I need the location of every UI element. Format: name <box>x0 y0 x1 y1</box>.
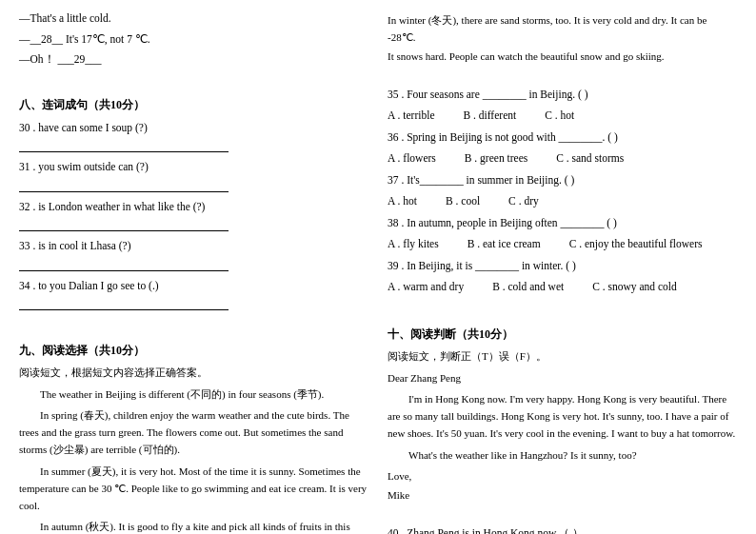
letter-signature: Mike <box>388 486 737 504</box>
question-30: 30 . have can some I soup (?) <box>19 119 368 138</box>
question-39: 39 . In Beijing, it is ________ in winte… <box>388 257 737 276</box>
section8-title: 八、连词成句（共10分） <box>19 95 368 114</box>
option-35c: C . hot <box>545 107 574 126</box>
answer-line-34 <box>19 297 229 310</box>
option-38b: B . eat ice cream <box>468 235 541 254</box>
options-39: A . warm and dry B . cold and wet C . sn… <box>388 278 737 297</box>
answer-line-30 <box>19 139 229 152</box>
options-38: A . fly kites B . eat ice cream C . enjo… <box>388 235 737 254</box>
option-37b: B . cool <box>446 192 480 211</box>
option-39c: C . snowy and cold <box>592 278 676 297</box>
letter-body-2: What's the weather like in Hangzhou? Is … <box>388 446 737 464</box>
passage-para-4: In autumn (秋天). It is good to fly a kite… <box>19 518 368 534</box>
options-37: A . hot B . cool C . dry <box>388 192 737 211</box>
question-36: 36 . Spring in Beijing is not good with … <box>388 129 737 148</box>
passage-para-3: In summer (夏天), it is very hot. Most of … <box>19 463 368 514</box>
answer-line-31 <box>19 179 229 192</box>
option-37c: C . dry <box>508 192 539 211</box>
passage-para-2: In spring (春天), children enjoy the warm … <box>19 406 368 458</box>
dialog-line-3: —Oh！ ___29___ <box>19 50 368 69</box>
section9-title: 九、阅读选择（共10分） <box>19 341 368 360</box>
question-35: 35 . Four seasons are ________ in Beijin… <box>388 86 737 105</box>
option-36c: C . sand storms <box>556 149 624 168</box>
options-36: A . flowers B . green trees C . sand sto… <box>388 149 737 168</box>
section9-desc: 阅读短文，根据短文内容选择正确答案。 <box>19 364 368 382</box>
question-31: 31 . you swim outside can (?) <box>19 158 368 177</box>
question-32: 32 . is London weather in what like the … <box>19 198 368 217</box>
question-38: 38 . In autumn, people in Beijing often … <box>388 214 737 233</box>
option-36b: B . green trees <box>465 149 527 168</box>
section10-title: 十、阅读判断（共10分） <box>388 325 737 344</box>
option-36a: A . flowers <box>388 149 436 168</box>
dialog-line-2: —__28__ It's 17℃, not 7 ℃. <box>19 30 368 49</box>
passage-para-1: The weather in Beijing is different (不同的… <box>19 386 368 403</box>
options-35: A . terrible B . different C . hot <box>388 107 737 126</box>
option-35b: B . different <box>464 107 517 126</box>
option-39a: A . warm and dry <box>388 278 464 297</box>
section10-desc: 阅读短文，判断正（T）误（F）。 <box>388 347 737 366</box>
letter-greeting: Dear Zhang Peng <box>388 369 737 386</box>
option-39b: B . cold and wet <box>492 278 564 297</box>
passage-cont-2: It snows hard. People can watch the beau… <box>388 48 737 65</box>
passage-cont-1: In winter (冬天), there are sand storms, t… <box>388 11 737 46</box>
dialog-line-1: —That's a little cold. <box>19 10 368 29</box>
option-35a: A . terrible <box>388 107 435 126</box>
answer-line-33 <box>19 258 229 271</box>
letter-closing: Love, <box>388 467 737 485</box>
option-38a: A . fly kites <box>388 235 439 254</box>
option-37a: A . hot <box>388 192 417 211</box>
answer-line-32 <box>19 218 229 231</box>
judge-question-40: 40 . Zhang Peng is in Hong Kong now.（ ） <box>388 524 737 534</box>
option-38c: C . enjoy the beautiful flowers <box>569 235 703 254</box>
question-34: 34 . to you Dalian I go see to (.) <box>19 277 368 296</box>
letter-body-1: I'm in Hong Kong now. I'm very happy. Ho… <box>388 390 737 442</box>
right-column: In winter (冬天), there are sand storms, t… <box>388 10 737 534</box>
left-column: —That's a little cold. —__28__ It's 17℃,… <box>19 10 368 534</box>
question-37: 37 . It's________ in summer in Beijing. … <box>388 171 737 190</box>
question-33: 33 . is in cool it Lhasa (?) <box>19 237 368 256</box>
